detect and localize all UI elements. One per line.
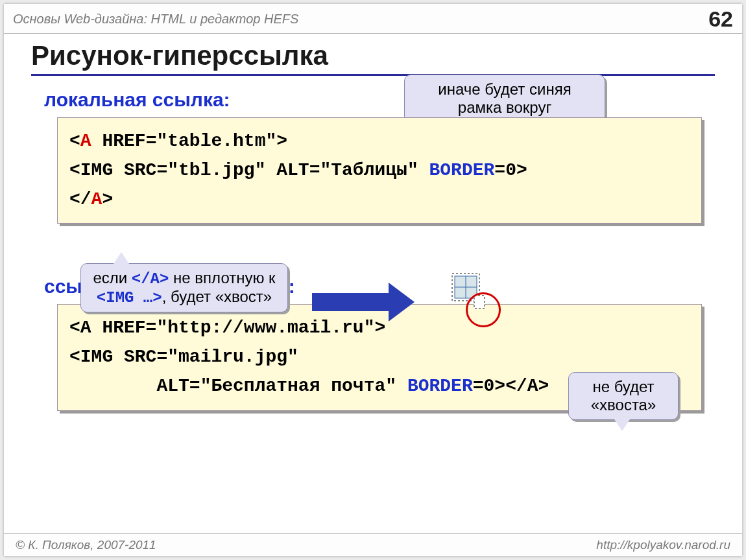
section-1-label: локальная ссылка: bbox=[44, 89, 742, 111]
tag-a: A bbox=[80, 131, 91, 151]
code-line: <IMG SRC="tbl.jpg" ALT="Таблицы" BORDER=… bbox=[69, 156, 690, 185]
highlight-circle-icon bbox=[466, 292, 501, 327]
code-line: <A HREF="table.htm"> bbox=[69, 127, 690, 156]
page-title: Рисунок-гиперссылка bbox=[31, 40, 742, 71]
title-underline bbox=[31, 74, 715, 76]
callout-line: «хвоста» bbox=[581, 396, 666, 414]
keyword-border: BORDER bbox=[429, 160, 495, 180]
footer-url: http://kpolyakov.narod.ru bbox=[596, 538, 730, 552]
callout-line: не будет bbox=[581, 378, 666, 396]
callout-line: <IMG …>, будет «хвост» bbox=[93, 288, 276, 307]
slide: Основы Web-дизайна: HTML и редактор HEFS… bbox=[4, 4, 742, 556]
callout-tail-note: если </A> не вплотную к <IMG …>, будет «… bbox=[80, 263, 288, 312]
callout-border-note: иначе будет синяя рамка вокруг bbox=[404, 75, 605, 122]
code-line: </A> bbox=[69, 185, 690, 215]
callout-line: если </A> не вплотную к bbox=[93, 269, 276, 288]
header-title: Основы Web-дизайна: HTML и редактор HEFS bbox=[13, 12, 298, 27]
callout-tail bbox=[114, 252, 129, 264]
tag-a: A bbox=[91, 189, 102, 209]
callout-line: иначе будет синяя bbox=[416, 80, 593, 99]
arrow-icon bbox=[312, 283, 415, 321]
callout-tail bbox=[614, 419, 630, 431]
footer-copyright: © К. Поляков, 2007-2011 bbox=[16, 538, 156, 552]
code-line: <IMG SRC="mailru.jpg" bbox=[69, 343, 690, 372]
callout-line: рамка вокруг bbox=[416, 99, 593, 117]
callout-no-tail: не будет «хвоста» bbox=[568, 372, 679, 420]
keyword-border: BORDER bbox=[407, 376, 473, 396]
code-box-local-link: <A HREF="table.htm"> <IMG SRC="tbl.jpg" … bbox=[57, 117, 702, 224]
header-bar: Основы Web-дизайна: HTML и редактор HEFS… bbox=[4, 4, 742, 34]
page-number: 62 bbox=[708, 6, 733, 32]
footer-bar: © К. Поляков, 2007-2011 http://kpolyakov… bbox=[4, 533, 742, 556]
